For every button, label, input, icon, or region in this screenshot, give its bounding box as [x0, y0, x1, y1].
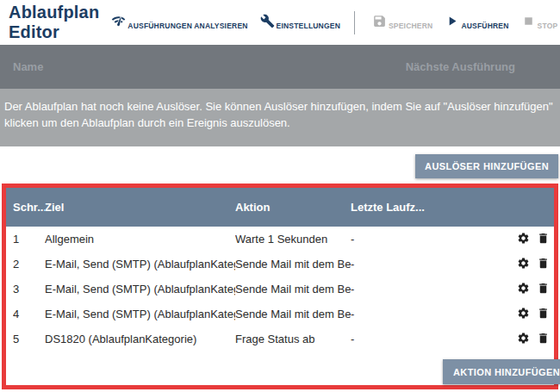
- trigger-table-header: Name Nächste Ausführung: [0, 45, 560, 89]
- gear-icon[interactable]: [517, 282, 530, 297]
- trash-icon[interactable]: [537, 332, 550, 347]
- row-actions: [471, 257, 554, 272]
- action-table-header-row: Schr... Ziel Aktion Letzte Laufz...: [6, 188, 554, 227]
- play-icon: [445, 14, 459, 32]
- gear-icon[interactable]: [517, 307, 530, 322]
- row-last-run: -: [351, 283, 471, 296]
- add-trigger-button[interactable]: AUSLÖSER HINZUFÜGEN: [415, 154, 558, 178]
- stop-icon: [521, 14, 536, 32]
- settings-button[interactable]: EINSTELLUNGEN: [260, 14, 340, 32]
- settings-label: EINSTELLUNGEN: [277, 22, 340, 32]
- row-target: Allgemein: [45, 233, 235, 246]
- row-last-run: -: [351, 308, 471, 320]
- row-target: E-Mail, Send (SMTP) (AblaufplanKategorie…: [45, 258, 235, 271]
- stop-label: STOP: [538, 22, 558, 32]
- table-row[interactable]: 2 E-Mail, Send (SMTP) (AblaufplanKategor…: [6, 252, 554, 277]
- save-button[interactable]: SPEICHERN: [372, 14, 432, 32]
- col-action: Aktion: [235, 201, 351, 214]
- trash-icon[interactable]: [537, 257, 550, 272]
- table-row[interactable]: 5 DS1820 (AblaufplanKategorie) Frage Sta…: [6, 327, 554, 352]
- page-title: Ablaufplan Editor: [9, 3, 99, 42]
- row-step: 5: [13, 333, 45, 345]
- wrench-icon: [260, 14, 275, 32]
- row-step: 3: [13, 283, 45, 296]
- analyze-executions-label: AUSFÜHRUNGEN ANALYSIEREN: [128, 22, 247, 32]
- row-step: 2: [13, 258, 45, 271]
- row-actions: [471, 232, 554, 247]
- stop-button[interactable]: STOP: [521, 14, 558, 32]
- col-last-run: Letzte Laufz...: [351, 201, 471, 214]
- row-target: DS1820 (AblaufplanKategorie): [45, 333, 235, 345]
- trigger-button-row: AUSLÖSER HINZUFÜGEN: [0, 146, 560, 184]
- row-step: 4: [13, 308, 45, 320]
- row-target: E-Mail, Send (SMTP) (AblaufplanKategorie…: [45, 283, 235, 296]
- row-last-run: -: [351, 333, 471, 345]
- run-button[interactable]: AUSFÜHREN: [445, 14, 508, 32]
- row-actions: [471, 282, 554, 297]
- toolbar-separator: [354, 11, 355, 34]
- trash-icon[interactable]: [537, 307, 550, 322]
- row-actions: [471, 332, 554, 347]
- col-step: Schr...: [13, 201, 45, 214]
- row-action: Sende Mail mit dem Betref...: [235, 283, 351, 296]
- row-action: Sende Mail mit dem Betref...: [235, 308, 351, 320]
- network-check-icon: [111, 14, 126, 32]
- row-action: Sende Mail mit dem Betref...: [235, 258, 351, 271]
- add-action-button[interactable]: AKTION HINZUFÜGEN: [443, 359, 560, 384]
- save-label: SPEICHERN: [389, 22, 432, 32]
- trigger-col-next-run: Nächste Ausführung: [406, 60, 515, 73]
- col-target: Ziel: [45, 201, 235, 214]
- row-step: 1: [13, 233, 45, 246]
- save-icon: [372, 14, 387, 32]
- trigger-col-name: Name: [13, 60, 43, 73]
- gear-icon[interactable]: [517, 232, 530, 247]
- trash-icon[interactable]: [537, 232, 550, 247]
- toolbar: AUSFÜHRUNGEN ANALYSIEREN EINSTELLUNGEN S…: [99, 11, 557, 34]
- run-label: AUSFÜHREN: [461, 22, 508, 32]
- analyze-executions-button[interactable]: AUSFÜHRUNGEN ANALYSIEREN: [111, 14, 247, 32]
- table-row[interactable]: 1 Allgemein Warte 1 Sekunden -: [6, 227, 554, 252]
- table-row[interactable]: 4 E-Mail, Send (SMTP) (AblaufplanKategor…: [6, 302, 554, 327]
- ablaufplan-editor-window: Ablaufplan Editor AUSFÜHRUNGEN ANALYSIER…: [0, 0, 560, 392]
- row-last-run: -: [351, 258, 471, 271]
- row-last-run: -: [351, 233, 471, 246]
- gear-icon[interactable]: [517, 257, 530, 272]
- trash-icon[interactable]: [537, 282, 550, 297]
- gear-icon[interactable]: [517, 332, 530, 347]
- row-action: Frage Status ab: [235, 333, 351, 345]
- row-target: E-Mail, Send (SMTP) (AblaufplanKategorie…: [45, 308, 235, 320]
- table-row[interactable]: 3 E-Mail, Send (SMTP) (AblaufplanKategor…: [6, 277, 554, 302]
- no-triggers-message: Der Ablaufplan hat noch keine Auslöser. …: [0, 89, 560, 146]
- top-bar: Ablaufplan Editor AUSFÜHRUNGEN ANALYSIER…: [0, 0, 560, 45]
- row-action: Warte 1 Sekunden: [235, 233, 351, 246]
- row-actions: [471, 307, 554, 322]
